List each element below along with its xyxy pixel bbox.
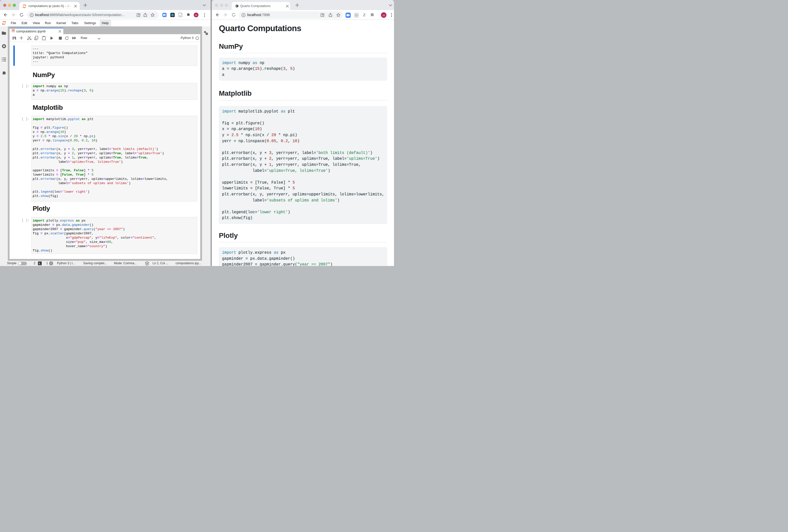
svg-text:JJ: JJ [195,14,197,16]
svg-text:Z: Z [363,13,366,17]
svg-text:JJ: JJ [382,14,385,17]
svg-text:$_: $_ [39,262,41,265]
